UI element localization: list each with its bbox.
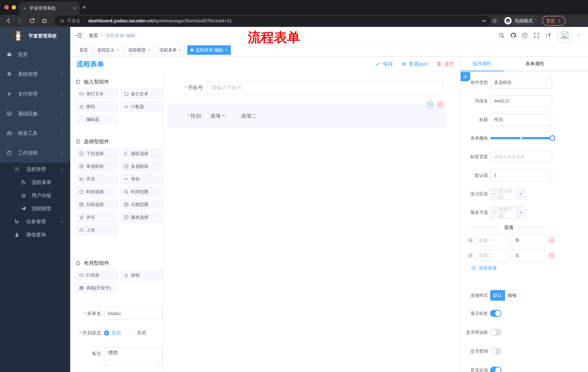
palette-item-color[interactable]: 颜色选择 — [120, 212, 163, 223]
sidebar-item-infra[interactable]: 基础设施 — [0, 104, 70, 123]
palette-item-radio[interactable]: 单选框组 — [75, 161, 118, 172]
stepper-input[interactable]: 至少应选 — [499, 189, 516, 199]
remove-option-icon[interactable] — [549, 237, 555, 244]
reload-icon[interactable] — [29, 18, 35, 24]
status-on-radio[interactable]: 开启 — [104, 330, 121, 336]
resize-handle-icon[interactable] — [158, 361, 161, 365]
close-tag-icon[interactable]: × — [117, 48, 119, 53]
palette-item-slider[interactable]: 滑块 — [120, 174, 163, 185]
help-icon[interactable]: ? — [522, 32, 528, 38]
gender-option-1-checkbox[interactable]: 选项一 — [203, 112, 226, 119]
palette-item-select[interactable]: 下拉选择 — [75, 148, 118, 159]
stepper-decrease-button[interactable]: − — [491, 207, 499, 218]
sidebar-item-task-manage[interactable]: 任务管理 — [0, 215, 70, 228]
disabled-toggle[interactable] — [490, 348, 501, 355]
github-icon[interactable] — [510, 32, 516, 38]
fullscreen-icon[interactable] — [533, 32, 540, 38]
sidebar-item-system[interactable]: 系统管理 — [0, 64, 70, 84]
phone-input[interactable]: 请输入手机号 — [207, 81, 442, 94]
option-label-input[interactable]: 选项一 — [475, 235, 510, 246]
palette-item-rate[interactable]: 评分 — [75, 212, 118, 223]
address-bar[interactable]: 不安全 dashboard.yudao.iocoder.cn/bpm/manag… — [55, 16, 491, 26]
form-grid-slider[interactable] — [490, 137, 552, 139]
link-tab[interactable] — [461, 72, 470, 81]
sidebar-item-user-group[interactable]: 用户分组 — [0, 189, 70, 202]
not-secure-warning-icon[interactable] — [60, 18, 65, 23]
browser-menu-dots-icon[interactable]: ⋮ — [557, 18, 562, 23]
password-key-icon[interactable] — [481, 18, 487, 23]
option-value-input[interactable]: 女 — [512, 250, 546, 261]
option-drag-handle-icon[interactable] — [468, 252, 473, 258]
sidebar-item-devtools[interactable]: 研发工具 — [0, 123, 70, 143]
palette-item-time[interactable]: 时间选择 — [75, 186, 118, 197]
form-name-input[interactable]: biubiu — [104, 307, 162, 319]
style-button-button[interactable]: 按钮 — [505, 290, 520, 301]
save-button[interactable]: 保存 — [375, 61, 393, 67]
sidebar-item-workflow[interactable]: 工作流程 — [0, 143, 70, 163]
bookmark-star-icon[interactable] — [492, 18, 497, 23]
option-value-input[interactable]: 男 — [512, 235, 546, 246]
palette-item-row[interactable]: 行容器 — [75, 270, 118, 281]
palette-item-input[interactable]: 单行文本 — [75, 88, 118, 99]
palette-item-upload[interactable]: 上传 — [75, 224, 118, 235]
close-tag-icon[interactable]: × — [179, 48, 181, 53]
palette-item-table[interactable]: 表格[开发中] — [75, 282, 118, 293]
clear-button[interactable]: 清空 — [436, 61, 454, 67]
back-icon[interactable] — [5, 18, 12, 24]
stepper-decrease-button[interactable]: − — [491, 189, 499, 199]
required-toggle[interactable] — [490, 367, 501, 372]
view-json-button[interactable]: 查看json — [401, 61, 428, 67]
slider-handle[interactable] — [549, 135, 555, 141]
gender-option-2-checkbox[interactable]: 选项二 — [234, 112, 257, 119]
status-off-radio[interactable]: 关闭 — [129, 330, 146, 336]
palette-item-checkbox[interactable]: 多选框组 — [120, 161, 163, 172]
stepper-increase-button[interactable]: + — [516, 207, 525, 218]
tag-4[interactable]: 流程表单× — [156, 45, 185, 55]
sidebar-item-home[interactable]: 首页 — [0, 45, 70, 64]
palette-item-time-range[interactable]: 时间范围 — [120, 186, 163, 197]
delete-component-button[interactable] — [437, 101, 444, 108]
tag-3[interactable]: 流程模型× — [125, 45, 154, 55]
close-tag-icon[interactable]: × — [148, 48, 150, 53]
sidebar-item-flow-form[interactable]: 流程表单 — [0, 176, 70, 189]
avatar-caret-down-icon[interactable] — [577, 34, 581, 37]
palette-item-date-range[interactable]: 日期范围 — [120, 199, 163, 210]
tag-2[interactable]: 流程定义× — [94, 45, 122, 55]
palette-item-switch[interactable]: 开关 — [75, 174, 118, 185]
font-size-icon[interactable]: TT — [545, 32, 552, 38]
title-input[interactable]: 性别 — [490, 114, 552, 126]
palette-item-cascader[interactable]: 级联选择 — [120, 148, 163, 159]
sidebar-item-leave-query[interactable]: 请假查询 — [0, 228, 70, 241]
form-remark-textarea[interactable]: 嘿嘿 — [104, 347, 162, 366]
show-label-toggle[interactable] — [490, 310, 501, 317]
field-name-input[interactable]: field122 — [490, 95, 552, 107]
add-option-button[interactable]: 添加选项 — [471, 265, 588, 271]
breadcrumb-home[interactable]: 首页 — [89, 32, 98, 39]
sidebar-item-payment[interactable]: ¥支付管理 — [0, 84, 70, 104]
style-default-button[interactable]: 默认 — [490, 290, 505, 301]
home-icon[interactable] — [41, 18, 48, 24]
copy-component-button[interactable] — [427, 101, 434, 108]
avatar[interactable] — [558, 28, 572, 42]
browser-tab[interactable]: 芋道管理系统 × — [19, 2, 80, 15]
option-drag-handle-icon[interactable] — [468, 237, 473, 243]
stepper-increase-button[interactable]: + — [516, 189, 525, 199]
checkbox[interactable] — [203, 113, 209, 118]
close-tab-icon[interactable]: × — [73, 5, 77, 11]
palette-item-button[interactable]: 按钮 — [120, 270, 163, 281]
selected-component-block[interactable]: *性别 选项一 选项二 — [167, 104, 446, 128]
checkbox[interactable] — [234, 113, 239, 118]
close-window-button[interactable] — [4, 5, 9, 10]
sidebar-item-flow-model[interactable]: 流程模型 — [0, 202, 70, 215]
palette-item-textarea[interactable]: 多行文本 — [120, 88, 163, 99]
close-tag-icon[interactable]: × — [225, 48, 228, 53]
update-browser-button[interactable]: 更新 ⋮ — [542, 16, 566, 26]
remove-option-icon[interactable] — [549, 252, 555, 258]
palette-item-counter[interactable]: 123计数器 — [120, 101, 163, 112]
component-type-select[interactable]: 多选框组 — [490, 76, 552, 88]
search-icon[interactable] — [498, 32, 505, 38]
label-width-input[interactable]: 请输入标签宽度 — [490, 151, 552, 163]
default-value-input[interactable]: 1 — [490, 169, 552, 181]
tag-5[interactable]: 流程表单-编辑× — [187, 45, 231, 55]
border-toggle[interactable] — [490, 329, 501, 336]
